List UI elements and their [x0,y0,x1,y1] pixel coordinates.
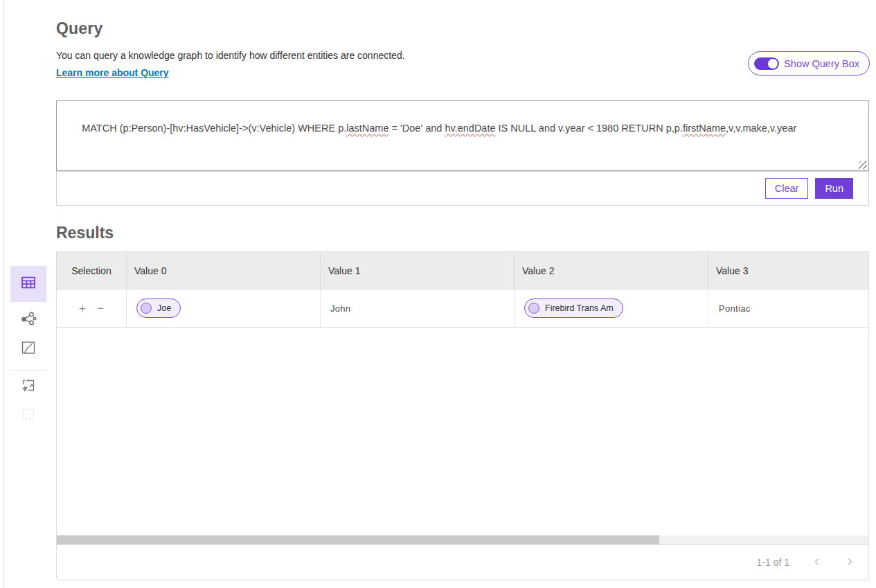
toggle-switch-icon[interactable] [754,57,779,70]
sidebar-item-link-chart-view[interactable] [17,309,40,332]
results-view-sidebar [10,266,46,427]
query-text-segment: = 'Doe' and [389,123,445,134]
sidebar-item-selection-tool [17,404,40,427]
chevron-right-icon [845,557,855,569]
page-title: Query [56,19,869,38]
dashed-selection-icon [21,407,36,425]
learn-more-link[interactable]: Learn more about Query [56,67,169,78]
results-footer: 1-1 of 1 [57,544,868,580]
entity-chip-person[interactable]: Joe [136,299,181,318]
selection-cell: + − [57,289,127,327]
table-empty-area [57,328,868,535]
entity-dot-icon [528,303,539,314]
horizontal-scrollbar[interactable] [57,535,868,544]
column-header-value3: Value 3 [708,252,868,289]
column-header-value0: Value 0 [127,252,321,289]
value1-cell: John [321,289,515,327]
sidebar-item-add-to-map[interactable] [17,375,40,399]
add-to-selection-icon[interactable]: + [79,303,86,314]
query-actions-bar: Clear Run [56,171,869,206]
show-query-box-toggle[interactable]: Show Query Box [748,51,870,75]
entity-dot-icon [141,303,152,314]
chevron-left-icon [812,557,822,569]
results-table-header: Selection Value 0 Value 1 Value 2 Value … [57,252,868,289]
column-header-value2: Value 2 [515,252,708,289]
page-description: You can query a knowledge graph to ident… [56,50,869,61]
clear-button[interactable]: Clear [765,178,809,199]
sidebar-item-table-view[interactable] [10,266,46,302]
cell-value: John [330,303,350,314]
query-panel: MATCH (p:Person)-[hv:HasVehicle]->(v:Veh… [56,100,869,206]
link-chart-icon [20,311,37,330]
pagination-label: 1-1 of 1 [757,557,789,568]
table-row: + − Joe John Firebird Trans Am Pontiac [57,289,868,328]
column-header-value1: Value 1 [321,252,515,289]
previous-page-button[interactable] [812,557,822,569]
query-text-segment-misspelled: hv.endDate [445,123,495,134]
table-view-icon [21,275,36,293]
next-page-button[interactable] [845,557,855,569]
query-text-segment-misspelled: lastName [346,123,388,134]
left-edge-divider [3,0,4,588]
results-title: Results [56,224,869,242]
sidebar-divider [12,370,45,371]
textarea-resize-handle-icon[interactable] [859,161,867,169]
entity-chip-label: Firebird Trans Am [545,303,614,313]
cell-value: Pontiac [719,303,750,314]
query-input[interactable]: MATCH (p:Person)-[hv:HasVehicle]->(v:Veh… [56,100,869,171]
remove-from-selection-icon[interactable]: − [97,303,104,314]
results-table-container: Selection Value 0 Value 1 Value 2 Value … [56,251,869,580]
query-text-segment: MATCH (p:Person)-[hv:HasVehicle]->(v:Veh… [82,123,346,134]
sidebar-item-map-view[interactable] [17,337,40,361]
query-page: Query You can query a knowledge graph to… [56,0,869,580]
query-text-segment: IS NULL and v.year < 1980 RETURN p,p. [496,123,683,134]
value3-cell: Pontiac [708,289,868,327]
query-text-segment: ,v,v.make,v.year [726,123,796,134]
add-to-map-icon [21,378,36,396]
toggle-label: Show Query Box [784,58,859,69]
map-icon [21,340,36,358]
scrollbar-thumb[interactable] [57,535,659,544]
query-text-segment-misspelled: firstName [683,123,726,134]
run-button[interactable]: Run [815,178,853,199]
entity-chip-vehicle[interactable]: Firebird Trans Am [524,299,623,318]
column-header-selection: Selection [57,252,127,289]
value2-cell: Firebird Trans Am [515,289,708,327]
value0-cell: Joe [127,289,321,327]
entity-chip-label: Joe [157,303,171,313]
